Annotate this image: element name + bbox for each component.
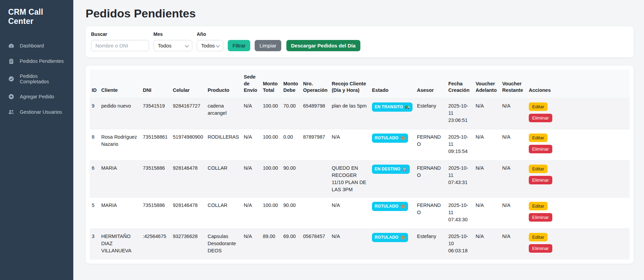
- cell-voucher-adelanto: N/A: [474, 228, 500, 260]
- package-icon: [400, 204, 405, 209]
- column-header: Sede de Envío: [242, 70, 261, 98]
- column-header: Monto Debe: [281, 70, 301, 98]
- sidebar-item-label: Agregar Pedido: [20, 94, 54, 99]
- status-label: ROTULADO: [375, 235, 399, 240]
- column-header: Monto Total: [261, 70, 281, 98]
- cell-monto-total: 100.00: [261, 98, 281, 129]
- cell-fecha-creacion: 2025-10-11 09:15:54: [446, 129, 474, 160]
- cell-sede-envio: N/A: [242, 228, 261, 260]
- cell-cliente: MARIA: [99, 197, 141, 228]
- sidebar-item-agregar-pedido[interactable]: Agregar Pedido: [0, 90, 73, 103]
- cell-fecha-creacion: 2025-10-10 06:03:18: [446, 228, 474, 260]
- column-header: Estado: [370, 70, 415, 98]
- cell-id: 9: [90, 98, 99, 129]
- status-label: ROTULADO: [375, 204, 399, 209]
- sidebar-item-pedidos-pendientes[interactable]: Pedidos Pendientes: [0, 55, 73, 67]
- cell-recojo: QUEDO EN RECOGER 11/10 PLAN DE LAS 3PM: [330, 160, 370, 197]
- cell-dni: 73541519: [141, 98, 171, 129]
- cell-cliente: HERMITAÑO DIAZ VILLANUEVA: [99, 228, 141, 260]
- cell-celular: 928146478: [171, 197, 206, 228]
- column-header: Voucher Adelanto: [474, 70, 500, 98]
- column-header: Voucher Restante: [500, 70, 527, 98]
- column-header: Recojo Cliente (Día y Hora): [330, 70, 370, 98]
- cell-sede-envio: N/A: [242, 160, 261, 197]
- column-header: Nro. Operación: [301, 70, 330, 98]
- clear-button[interactable]: Limpiar: [255, 40, 281, 51]
- main-content: Pedidos Pendientes Buscar Mes Todos Año …: [73, 0, 644, 264]
- delete-button[interactable]: Eliminar: [529, 213, 552, 222]
- filter-button[interactable]: Filtrar: [228, 40, 250, 51]
- filter-panel: Buscar Mes Todos Año Todos Filtrar Limpi…: [86, 26, 634, 57]
- column-header: Asesor: [415, 70, 446, 98]
- month-label: Mes: [153, 31, 192, 37]
- cell-producto: RODILLERAS: [206, 129, 242, 160]
- cell-acciones: Editar Eliminar: [527, 197, 630, 228]
- cell-fecha-creacion: 2025-10-11 07:43:30: [446, 197, 474, 228]
- search-field: Buscar: [91, 31, 149, 51]
- edit-button[interactable]: Editar: [529, 202, 548, 210]
- sidebar-item-pedidos-completados[interactable]: Pedidos Completados: [0, 70, 73, 87]
- search-label: Buscar: [91, 31, 149, 37]
- cell-acciones: Editar Eliminar: [527, 228, 630, 260]
- year-select[interactable]: Todos: [197, 40, 223, 51]
- month-select[interactable]: Todos: [153, 40, 192, 51]
- cell-celular: 9284167727: [171, 98, 206, 129]
- column-header: Cliente: [99, 70, 141, 98]
- edit-button[interactable]: Editar: [529, 165, 548, 173]
- month-field: Mes Todos: [153, 31, 192, 51]
- cell-voucher-restante: N/A: [500, 228, 527, 260]
- cell-producto: Capsulas Desodorante DEOS: [206, 228, 242, 260]
- cell-fecha-creacion: 2025-10-11 07:43:31: [446, 160, 474, 197]
- cell-recojo: plan de las 5pm: [330, 98, 370, 129]
- cell-voucher-restante: N/A: [500, 197, 527, 228]
- edit-button[interactable]: Editar: [529, 102, 548, 111]
- cell-id: 3: [90, 228, 99, 260]
- cell-asesor: FERNANDO: [415, 160, 446, 197]
- cell-monto-total: 100.00: [261, 160, 281, 197]
- sidebar: CRM Call Center Dashboard: [0, 0, 73, 280]
- check-circle-icon: [8, 76, 14, 82]
- status-badge: ROTULADO: [372, 233, 408, 242]
- sidebar-item-label: Pedidos Completados: [20, 73, 65, 84]
- sidebar-item-label: Dashboard: [20, 43, 44, 48]
- edit-button[interactable]: Editar: [529, 134, 548, 142]
- cell-celular: 932736628: [171, 228, 206, 260]
- delete-button[interactable]: Eliminar: [529, 114, 552, 122]
- cell-voucher-adelanto: N/A: [474, 160, 500, 197]
- delete-button[interactable]: Eliminar: [529, 244, 552, 253]
- cell-id: 8: [90, 129, 99, 160]
- column-header: Fecha Creación: [446, 70, 474, 98]
- cell-estado: EN TRANSITO: [370, 98, 415, 129]
- cell-voucher-restante: N/A: [500, 129, 527, 160]
- cell-id: 5: [90, 197, 99, 228]
- delete-button[interactable]: Eliminar: [529, 145, 552, 153]
- cell-producto: COLLAR: [206, 197, 242, 228]
- sidebar-item-dashboard[interactable]: Dashboard: [0, 40, 73, 52]
- status-badge: ROTULADO: [372, 134, 408, 143]
- cell-acciones: Editar Eliminar: [527, 160, 630, 197]
- table-row: 3 HERMITAÑO DIAZ VILLANUEVA :42564675 93…: [90, 228, 630, 260]
- store-icon: [402, 167, 407, 172]
- cell-asesor: FERNANDO: [415, 197, 446, 228]
- cell-dni: 735158861: [141, 129, 171, 160]
- search-input[interactable]: [91, 40, 149, 51]
- cell-monto-debe: 69.00: [281, 228, 301, 260]
- column-header: Celular: [171, 70, 206, 98]
- table-row: 6 MARIA 73515886 928146478 COLLAR N/A 10…: [90, 160, 630, 197]
- edit-button[interactable]: Editar: [529, 233, 548, 241]
- month-select-value: Todos: [158, 43, 171, 48]
- delete-button[interactable]: Eliminar: [529, 176, 552, 184]
- cell-nro-operacion: [301, 160, 330, 197]
- plus-circle-icon: [8, 94, 14, 100]
- cell-cliente: pedido nuevo: [99, 98, 141, 129]
- cell-monto-debe: 70.00: [281, 98, 301, 129]
- cell-asesor: Estefany: [415, 98, 446, 129]
- cell-nro-operacion: 65489798: [301, 98, 330, 129]
- cell-nro-operacion: [301, 197, 330, 228]
- cell-monto-total: 89.00: [261, 228, 281, 260]
- download-orders-button[interactable]: Descargar Pedidos del Día: [286, 40, 360, 51]
- cell-recojo: N/A: [330, 129, 370, 160]
- sidebar-item-label: Pedidos Pendientes: [20, 58, 64, 64]
- clipboard-icon: [8, 58, 14, 64]
- sidebar-item-gestionar-usuarios[interactable]: Gestionar Usuarios: [0, 106, 73, 118]
